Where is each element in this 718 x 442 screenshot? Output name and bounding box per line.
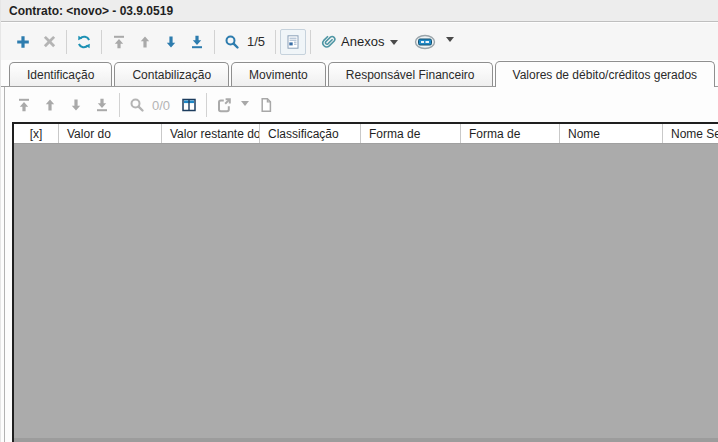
- report-button[interactable]: [280, 29, 306, 55]
- tab-contabilizacao[interactable]: Contabilização: [114, 62, 229, 86]
- oval-card-button[interactable]: [410, 29, 440, 55]
- column-header-forma-2[interactable]: Forma de: [461, 124, 560, 143]
- tab-valores-debito-creditos[interactable]: Valores de débito/créditos gerados: [495, 61, 716, 87]
- go-top-button[interactable]: [11, 92, 37, 118]
- chevron-down-icon: [390, 40, 398, 49]
- go-up-button[interactable]: [132, 29, 158, 55]
- go-down-icon: [163, 34, 179, 50]
- add-button[interactable]: [10, 29, 36, 55]
- separator: [119, 93, 120, 117]
- column-header-valor[interactable]: Valor do: [59, 124, 162, 143]
- record-counter: 0/0: [152, 98, 170, 113]
- anexos-label: Anexos: [341, 34, 384, 49]
- go-down-button[interactable]: [158, 29, 184, 55]
- titlebar: Contrato: <novo> - 03.9.0519: [1, 0, 718, 22]
- column-header-nome-servico[interactable]: Nome Servi: [663, 124, 718, 143]
- tab-movimento[interactable]: Movimento: [231, 62, 326, 86]
- grid-header-row: [x] Valor do Valor restante do Classific…: [14, 124, 718, 144]
- go-up-button[interactable]: [37, 92, 63, 118]
- separator: [66, 30, 67, 54]
- export-icon: [216, 97, 232, 113]
- export-button[interactable]: [211, 92, 237, 118]
- go-bottom-icon: [94, 97, 110, 113]
- document-button[interactable]: [253, 92, 279, 118]
- go-top-button[interactable]: [106, 29, 132, 55]
- column-header-checkbox[interactable]: [x]: [14, 124, 59, 143]
- oval-card-dropdown-button[interactable]: [440, 29, 460, 55]
- anexos-button[interactable]: Anexos: [321, 34, 400, 50]
- column-header-valor-restante[interactable]: Valor restante do: [162, 124, 260, 143]
- column-chooser-button[interactable]: [176, 92, 202, 118]
- tab-responsavel-financeiro[interactable]: Responsável Financeiro: [328, 62, 493, 86]
- record-counter: 1/5: [247, 34, 265, 49]
- refresh-icon: [76, 34, 92, 50]
- column-header-forma-1[interactable]: Forma de: [361, 124, 461, 143]
- search-button[interactable]: [124, 92, 150, 118]
- tab-identificacao[interactable]: Identificação: [9, 62, 112, 86]
- go-top-icon: [111, 34, 127, 50]
- separator: [206, 93, 207, 117]
- go-bottom-button[interactable]: [89, 92, 115, 118]
- column-header-nome[interactable]: Nome: [560, 124, 663, 143]
- refresh-button[interactable]: [71, 29, 97, 55]
- chevron-down-icon: [446, 37, 454, 46]
- tabstrip: Identificação Contabilização Movimento R…: [1, 61, 718, 87]
- column-chooser-icon: [181, 97, 197, 113]
- go-top-icon: [16, 97, 32, 113]
- grid-bottom-edge: [14, 438, 718, 442]
- go-up-icon: [42, 97, 58, 113]
- document-icon: [258, 97, 274, 113]
- separator: [310, 30, 311, 54]
- export-dropdown-button[interactable]: [237, 92, 253, 118]
- data-grid: [x] Valor do Valor restante do Classific…: [12, 122, 718, 442]
- window-title: Contrato: <novo> - 03.9.0519: [9, 4, 173, 18]
- delete-button[interactable]: [36, 29, 62, 55]
- column-header-classificacao[interactable]: Classificação: [260, 124, 361, 143]
- main-toolbar: 1/5 Anexos: [1, 23, 718, 60]
- go-up-icon: [137, 34, 153, 50]
- go-down-button[interactable]: [63, 92, 89, 118]
- go-down-icon: [68, 97, 84, 113]
- search-button[interactable]: [219, 29, 245, 55]
- paperclip-icon: [321, 34, 337, 50]
- go-bottom-button[interactable]: [184, 29, 210, 55]
- chevron-down-icon: [241, 101, 249, 110]
- report-icon: [285, 34, 301, 50]
- grid-toolbar: 0/0: [11, 90, 279, 120]
- search-icon: [224, 34, 240, 50]
- add-icon: [15, 34, 31, 50]
- grid-empty-body: [14, 144, 718, 438]
- app-window: Contrato: <novo> - 03.9.0519: [0, 0, 718, 442]
- separator: [214, 30, 215, 54]
- tab-content-panel: 0/0 [x] Valor do Valor restante do Class…: [4, 87, 718, 442]
- go-bottom-icon: [189, 34, 205, 50]
- delete-icon: [42, 34, 57, 49]
- separator: [275, 30, 276, 54]
- separator: [101, 30, 102, 54]
- search-icon: [129, 97, 145, 113]
- oval-card-icon: [414, 34, 436, 50]
